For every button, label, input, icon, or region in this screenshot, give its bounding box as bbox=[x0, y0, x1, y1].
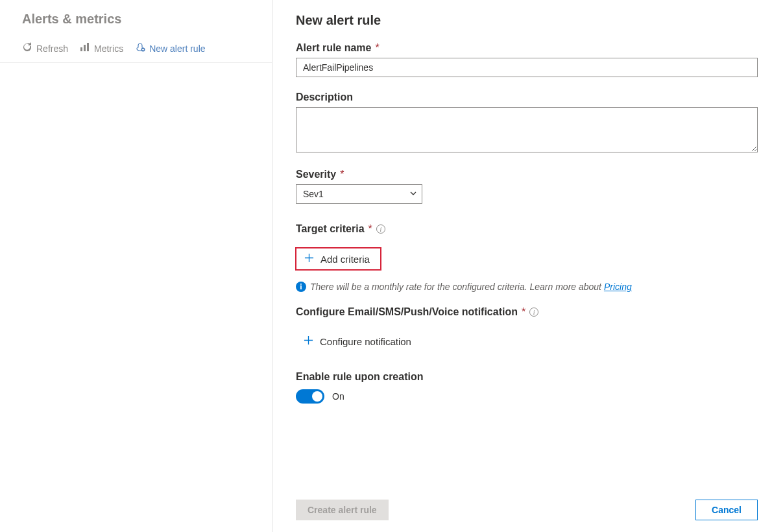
enable-rule-field: Enable rule upon creation On bbox=[296, 371, 758, 404]
left-panel-header: Alerts & metrics bbox=[0, 0, 272, 29]
description-field: Description bbox=[296, 91, 758, 154]
label-text: Target criteria bbox=[296, 223, 365, 235]
create-alert-rule-button[interactable]: Create alert rule bbox=[296, 500, 389, 520]
info-icon[interactable]: i bbox=[376, 224, 385, 234]
label-text: Configure Email/SMS/Push/Voice notificat… bbox=[296, 306, 518, 318]
plus-icon bbox=[304, 253, 314, 265]
severity-select-wrap: Sev1 bbox=[296, 184, 422, 204]
severity-field: Severity * Sev1 bbox=[296, 169, 758, 204]
info-badge-icon: i bbox=[296, 282, 306, 292]
target-criteria-label: Target criteria * i bbox=[296, 223, 758, 235]
severity-label: Severity * bbox=[296, 169, 758, 180]
info-icon[interactable]: i bbox=[529, 308, 538, 317]
metrics-label: Metrics bbox=[94, 43, 123, 54]
pricing-link[interactable]: Pricing bbox=[604, 282, 632, 292]
footer: Create alert rule Cancel bbox=[272, 490, 772, 532]
label-text: Alert rule name bbox=[296, 42, 371, 54]
svg-rect-0 bbox=[80, 47, 82, 51]
required-asterisk: * bbox=[368, 223, 372, 235]
notification-label: Configure Email/SMS/Push/Voice notificat… bbox=[296, 306, 758, 318]
refresh-button[interactable]: Refresh bbox=[22, 42, 68, 54]
cancel-button[interactable]: Cancel bbox=[695, 500, 758, 520]
left-toolbar: Refresh Metrics New alert rule bbox=[0, 29, 272, 63]
form-area: New alert rule Alert rule name * Descrip… bbox=[272, 0, 772, 490]
required-asterisk: * bbox=[340, 169, 344, 180]
left-panel-title: Alerts & metrics bbox=[22, 12, 250, 27]
toggle-knob bbox=[312, 391, 322, 402]
alert-rule-name-field: Alert rule name * bbox=[296, 42, 758, 77]
target-criteria-field: Target criteria * i Add criteria i There… bbox=[296, 223, 758, 292]
bar-chart-icon bbox=[80, 42, 90, 54]
alert-rule-name-label: Alert rule name * bbox=[296, 42, 758, 54]
new-alert-rule-button[interactable]: New alert rule bbox=[135, 42, 205, 54]
page-title: New alert rule bbox=[296, 13, 758, 28]
refresh-icon bbox=[22, 42, 32, 54]
pricing-note-text: There will be a monthly rate for the con… bbox=[310, 282, 604, 292]
required-asterisk: * bbox=[375, 42, 379, 54]
configure-notification-button[interactable]: Configure notification bbox=[296, 331, 419, 352]
refresh-label: Refresh bbox=[36, 43, 68, 54]
description-input[interactable] bbox=[296, 107, 758, 152]
label-text: Enable rule upon creation bbox=[296, 371, 423, 383]
notification-field: Configure Email/SMS/Push/Voice notificat… bbox=[296, 306, 758, 352]
right-panel: New alert rule Alert rule name * Descrip… bbox=[272, 0, 772, 532]
add-criteria-button[interactable]: Add criteria bbox=[296, 248, 381, 270]
left-panel: Alerts & metrics Refresh Metrics New ale… bbox=[0, 0, 272, 532]
description-label: Description bbox=[296, 91, 758, 103]
add-criteria-label: Add criteria bbox=[320, 254, 370, 265]
new-alert-rule-label: New alert rule bbox=[149, 43, 205, 54]
metrics-button[interactable]: Metrics bbox=[80, 42, 123, 54]
configure-notification-label: Configure notification bbox=[320, 336, 411, 347]
enable-rule-state: On bbox=[332, 391, 344, 402]
svg-rect-2 bbox=[87, 43, 89, 51]
label-text: Severity bbox=[296, 169, 336, 180]
enable-rule-toggle-row: On bbox=[296, 389, 758, 404]
enable-rule-toggle[interactable] bbox=[296, 389, 324, 404]
pricing-note: i There will be a monthly rate for the c… bbox=[296, 282, 758, 292]
enable-rule-label: Enable rule upon creation bbox=[296, 371, 758, 383]
plus-icon bbox=[304, 335, 313, 347]
required-asterisk: * bbox=[522, 306, 525, 318]
severity-select[interactable]: Sev1 bbox=[296, 184, 422, 204]
alert-rule-name-input[interactable] bbox=[296, 58, 758, 77]
label-text: Description bbox=[296, 91, 353, 103]
alert-add-icon bbox=[135, 42, 145, 54]
svg-rect-1 bbox=[84, 45, 86, 51]
